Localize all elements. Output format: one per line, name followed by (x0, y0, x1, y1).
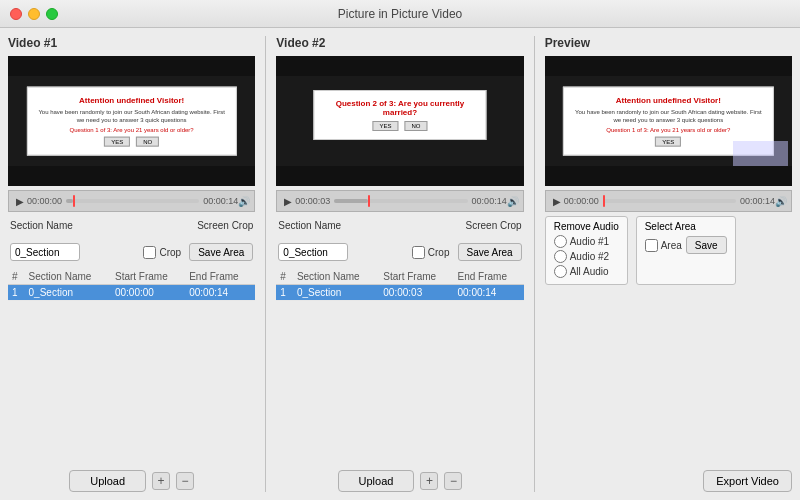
area-text: Area (661, 240, 682, 251)
row-name: 0_Section (293, 285, 379, 301)
area-checkbox-label: Area (645, 239, 682, 252)
volume2-icon: 🔊 (507, 196, 519, 207)
video2-no-btn[interactable]: NO (404, 121, 427, 131)
video1-no-btn[interactable]: NO (136, 136, 159, 146)
video1-col-name: Section Name (25, 269, 111, 285)
preview-time-end: 00:00:14 (740, 196, 775, 206)
table-row[interactable]: 1 0_Section 00:00:03 00:00:14 (276, 285, 523, 301)
video1-dialog: Attention undefined Visitor! You have be… (27, 87, 237, 156)
video2-screen-crop-label: Screen Crop (466, 220, 522, 231)
video1-bottom-row: Upload + − (8, 466, 255, 492)
all-audio-text: All Audio (570, 266, 609, 277)
video1-screen-crop-label: Screen Crop (197, 220, 253, 231)
main-content: Video #1 Attention undefined Visitor! Yo… (0, 28, 800, 500)
video2-area: Question 2 of 3: Are you currently marri… (276, 56, 523, 186)
row-end: 00:00:14 (185, 285, 255, 301)
row-num: 1 (276, 285, 293, 301)
row-end: 00:00:14 (454, 285, 524, 301)
audio1-radio[interactable] (554, 235, 567, 248)
video2-title: Video #2 (276, 36, 523, 50)
all-audio-radio[interactable] (554, 265, 567, 278)
maximize-button[interactable] (46, 8, 58, 20)
minimize-button[interactable] (28, 8, 40, 20)
video1-crop-text: Crop (159, 247, 181, 258)
video2-crop-label: Crop (412, 246, 450, 259)
video2-col-start: Start Frame (379, 269, 453, 285)
video1-yes-btn[interactable]: YES (104, 136, 130, 146)
area-checkbox[interactable] (645, 239, 658, 252)
audio2-radio[interactable] (554, 250, 567, 263)
volume-preview-icon: 🔊 (775, 196, 787, 207)
video2-bottom-row: Upload + − (276, 466, 523, 492)
preview-dialog-title: Attention undefined Visitor! (572, 96, 764, 105)
video2-track[interactable] (334, 199, 467, 203)
video1-plus-btn[interactable]: + (152, 472, 170, 490)
video1-area: Attention undefined Visitor! You have be… (8, 56, 255, 186)
video2-minus-btn[interactable]: − (444, 472, 462, 490)
video2-panel: Video #2 Question 2 of 3: Are you curren… (276, 36, 523, 492)
row-name: 0_Section (25, 285, 111, 301)
video2-time-end: 00:00:14 (472, 196, 507, 206)
preview-overlay (733, 141, 788, 166)
preview-panel: Preview Attention undefined Visitor! You… (545, 36, 792, 492)
audio1-label: Audio #1 (554, 235, 619, 248)
export-video-btn[interactable]: Export Video (703, 470, 792, 492)
video1-col-end: End Frame (185, 269, 255, 285)
preview-dialog-body: You have been randomly to join our South… (572, 108, 764, 125)
preview-area: Attention undefined Visitor! You have be… (545, 56, 792, 186)
video1-inputs-row: Crop Save Area (8, 239, 255, 265)
preview-play-btn[interactable]: ▶ (550, 194, 564, 208)
preview-title: Preview (545, 36, 792, 50)
video1-progress (66, 199, 73, 203)
video2-buttons: YES NO (324, 121, 475, 131)
video1-dialog-title: Attention undefined Visitor! (36, 96, 228, 105)
video2-progress (334, 199, 367, 203)
video1-upload-btn[interactable]: Upload (69, 470, 146, 492)
select-area-save-btn[interactable]: Save (686, 236, 727, 254)
video1-track[interactable] (66, 199, 199, 203)
video1-time-end: 00:00:14 (203, 196, 238, 206)
video1-title: Video #1 (8, 36, 255, 50)
video1-dialog-body: You have been randomly to join our South… (36, 108, 228, 125)
preview-bottom-bar (545, 166, 792, 186)
video1-timeline: ▶ 00:00:00 00:00:14 🔊 (8, 190, 255, 212)
close-button[interactable] (10, 8, 22, 20)
select-area-box: Select Area Area Save (636, 216, 736, 285)
video2-crop-checkbox[interactable] (412, 246, 425, 259)
preview-yes-btn[interactable]: YES (655, 136, 681, 146)
video1-col-num: # (8, 269, 25, 285)
video2-section-table: # Section Name Start Frame End Frame 1 0… (276, 269, 523, 301)
video2-section-name-label: Section Name (278, 220, 341, 231)
video1-bottom-bar (8, 166, 255, 186)
video2-yes-btn[interactable]: YES (372, 121, 398, 131)
video2-section-input[interactable] (278, 243, 348, 261)
video2-save-area-btn[interactable]: Save Area (458, 243, 522, 261)
traffic-lights (10, 8, 58, 20)
video2-upload-btn[interactable]: Upload (338, 470, 415, 492)
video2-plus-btn[interactable]: + (420, 472, 438, 490)
video2-thumb (368, 195, 370, 207)
preview-bottom-row: Export Video (545, 466, 792, 492)
remove-audio-box: Remove Audio Audio #1 Audio #2 All Audio (545, 216, 628, 285)
video2-timeline: ▶ 00:00:03 00:00:14 🔊 (276, 190, 523, 212)
video2-play-btn[interactable]: ▶ (281, 194, 295, 208)
video1-play-btn[interactable]: ▶ (13, 194, 27, 208)
divider2 (534, 36, 535, 492)
video1-section-input[interactable] (10, 243, 80, 261)
video1-minus-btn[interactable]: − (176, 472, 194, 490)
select-area-title: Select Area (645, 221, 727, 232)
video2-inputs-row: Crop Save Area (276, 239, 523, 265)
video1-save-area-btn[interactable]: Save Area (189, 243, 253, 261)
row-start: 00:00:00 (111, 285, 185, 301)
video2-col-end: End Frame (454, 269, 524, 285)
video2-time-start: 00:00:03 (295, 196, 330, 206)
video2-controls: Section Name Screen Crop (276, 216, 523, 235)
video2-crop-text: Crop (428, 247, 450, 258)
video1-panel: Video #1 Attention undefined Visitor! Yo… (8, 36, 255, 492)
video1-crop-checkbox[interactable] (143, 246, 156, 259)
preview-track[interactable] (603, 199, 736, 203)
remove-audio-title: Remove Audio (554, 221, 619, 232)
table-row[interactable]: 1 0_Section 00:00:00 00:00:14 (8, 285, 255, 301)
all-audio-label: All Audio (554, 265, 619, 278)
app-title: Picture in Picture Video (338, 7, 463, 21)
